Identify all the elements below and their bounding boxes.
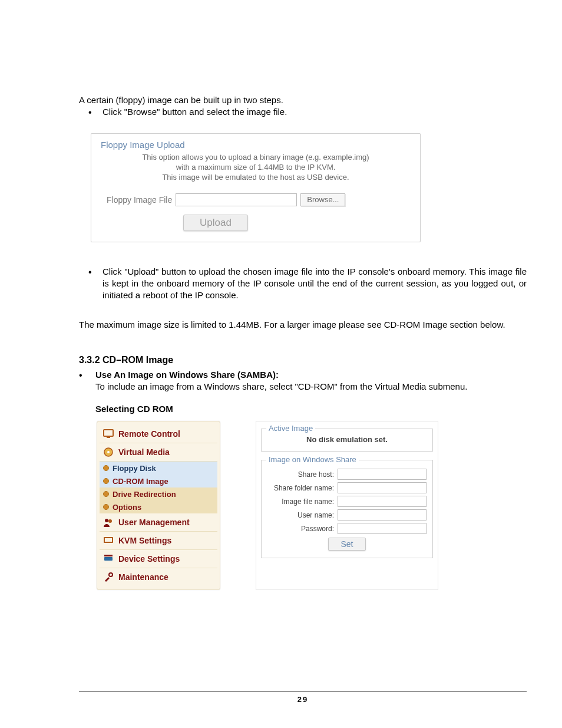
bullet-1-text: Click "Browse" button and select the ima… xyxy=(103,106,527,118)
sidebar-item-virtual-media[interactable]: Virtual Media xyxy=(100,443,217,462)
floppy-upload-fieldset: Floppy Image Upload This option allows y… xyxy=(91,133,421,242)
svg-rect-1 xyxy=(107,437,110,438)
share-host-label: Share host: xyxy=(298,470,334,479)
user-name-input[interactable] xyxy=(338,509,427,521)
svg-point-3 xyxy=(107,451,110,453)
samba-body: To include an image from a Windows share… xyxy=(95,381,467,391)
share-folder-label: Share folder name: xyxy=(274,484,334,492)
svg-point-10 xyxy=(109,573,113,577)
section-heading-332: 3.3.2 CD–ROM Image xyxy=(79,355,527,365)
sidebar-label: Virtual Media xyxy=(118,447,170,457)
users-icon xyxy=(102,516,115,529)
bullet-icon xyxy=(103,478,109,484)
floppy-desc-line3: This image will be emulated to the host … xyxy=(162,173,349,182)
windows-share-fieldset: Image on Windows Share Share host: Share… xyxy=(261,460,433,558)
sidebar-menu: Remote Control Virtual Media Floppy Disk… xyxy=(97,421,220,590)
set-button[interactable]: Set xyxy=(328,538,366,551)
floppy-file-label: Floppy Image File xyxy=(107,195,172,205)
active-image-legend: Active Image xyxy=(266,424,315,433)
user-name-label: User name: xyxy=(297,511,334,519)
page-footer: 29 xyxy=(79,691,527,704)
disk-icon xyxy=(102,446,115,459)
password-input[interactable] xyxy=(338,523,427,534)
svg-rect-8 xyxy=(104,557,113,561)
kvm-icon xyxy=(102,534,115,547)
floppy-file-input[interactable] xyxy=(176,193,297,206)
windows-share-legend: Image on Windows Share xyxy=(266,455,359,464)
bullet-icon xyxy=(103,465,109,471)
bullet-dot: • xyxy=(79,369,95,382)
svg-rect-7 xyxy=(105,538,112,542)
bullet-icon xyxy=(103,491,109,497)
tools-icon xyxy=(102,571,115,584)
sidebar-label: User Management xyxy=(118,518,190,527)
upload-button[interactable]: Upload xyxy=(183,215,248,231)
floppy-desc-line1: This option allows you to upload a binar… xyxy=(142,153,369,162)
floppy-upload-description: This option allows you to upload a binar… xyxy=(101,153,411,183)
intro-line: A certain (floppy) image can be built up… xyxy=(79,94,527,106)
sidebar-sub-options[interactable]: Options xyxy=(100,500,217,513)
sidebar-sub-floppy-disk[interactable]: Floppy Disk xyxy=(100,462,217,475)
sidebar-sub-drive-redirection[interactable]: Drive Redirection xyxy=(100,487,217,500)
bullet-dot: • xyxy=(88,266,103,279)
svg-point-5 xyxy=(108,519,112,523)
bullet-icon xyxy=(103,504,109,510)
sidebar-sub-label: CD-ROM Image xyxy=(113,477,168,486)
browse-button[interactable]: Browse... xyxy=(300,193,345,206)
sidebar-label: KVM Settings xyxy=(118,536,171,545)
floppy-upload-legend: Floppy Image Upload xyxy=(98,140,187,150)
share-host-input[interactable] xyxy=(338,469,427,480)
bullet-dot: • xyxy=(88,106,103,119)
selecting-cdrom-heading: Selecting CD ROM xyxy=(95,403,527,415)
sidebar-label: Remote Control xyxy=(118,429,180,439)
svg-rect-0 xyxy=(104,430,113,436)
sidebar-label: Maintenance xyxy=(118,572,168,582)
sidebar-item-user-management[interactable]: User Management xyxy=(100,513,217,532)
max-size-paragraph: The maximum image size is limited to 1.4… xyxy=(79,319,527,331)
sidebar-item-device-settings[interactable]: Device Settings xyxy=(100,550,217,568)
sidebar-sub-label: Floppy Disk xyxy=(113,464,156,473)
sidebar-item-kvm-settings[interactable]: KVM Settings xyxy=(100,532,217,550)
sidebar-item-remote-control[interactable]: Remote Control xyxy=(100,425,217,443)
bullet-2-text: Click "Upload" button to upload the chos… xyxy=(103,266,527,302)
image-file-input[interactable] xyxy=(338,496,427,507)
active-image-status: No disk emulation set. xyxy=(267,435,427,444)
share-folder-input[interactable] xyxy=(338,482,427,493)
sidebar-item-maintenance[interactable]: Maintenance xyxy=(100,568,217,586)
sidebar-sub-cdrom-image[interactable]: CD-ROM Image xyxy=(100,475,217,487)
page-number: 29 xyxy=(297,695,308,704)
device-icon xyxy=(102,552,115,565)
config-panel: Active Image No disk emulation set. Imag… xyxy=(256,421,438,590)
svg-rect-9 xyxy=(104,555,113,556)
svg-point-4 xyxy=(105,519,108,522)
samba-heading: Use An Image on Windows Share (SAMBA): xyxy=(95,370,279,380)
sidebar-sub-label: Options xyxy=(113,503,141,512)
active-image-fieldset: Active Image No disk emulation set. xyxy=(261,429,433,452)
password-label: Password: xyxy=(301,525,334,533)
image-file-label: Image file name: xyxy=(282,498,334,506)
floppy-desc-line2: with a maximum size of 1.44MB to the IP … xyxy=(176,163,336,172)
sidebar-label: Device Settings xyxy=(118,554,180,564)
sidebar-sub-label: Drive Redirection xyxy=(113,490,176,499)
monitor-icon xyxy=(102,427,115,440)
